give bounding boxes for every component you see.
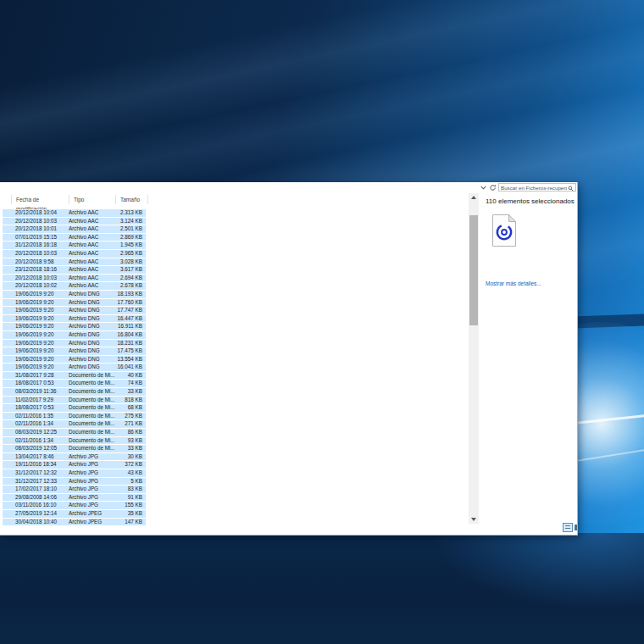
table-row[interactable]: 31/12/2017 12:32Archivo JPG43 KB	[3, 469, 146, 478]
cell-type: Documento de Mi...	[69, 372, 115, 380]
cell-type: Archivo DNG	[69, 307, 115, 314]
search-box[interactable]	[498, 183, 576, 192]
cell-size: 818 KB	[115, 397, 144, 404]
table-row[interactable]: 19/11/2016 18:34Archivo JPG372 KB	[3, 461, 146, 469]
cell-size: 17.747 KB	[115, 307, 144, 314]
cell-date: 03/11/2016 16:10	[3, 502, 69, 509]
cell-size: 2.965 KB	[115, 250, 144, 258]
vertical-scrollbar[interactable]	[469, 193, 479, 524]
cell-size: 43 KB	[115, 469, 144, 477]
cell-type: Archivo JPEG	[69, 510, 115, 518]
cell-size: 2.678 KB	[115, 282, 144, 290]
column-header-tamano[interactable]: Tamaño	[115, 195, 148, 204]
table-row[interactable]: 13/04/2017 8:46Archivo JPG30 KB	[3, 453, 146, 462]
table-row[interactable]: 19/06/2019 9:20Archivo DNG16.804 KB	[3, 331, 146, 340]
thumbnails-view-button[interactable]	[575, 525, 577, 530]
cell-size: 275 KB	[115, 413, 144, 420]
scroll-up-button[interactable]	[469, 193, 479, 202]
details-view-icon	[565, 525, 570, 530]
table-row[interactable]: 20/12/2018 10:03Archivo AAC2.694 KB	[3, 275, 146, 283]
scroll-down-button[interactable]	[469, 515, 479, 524]
cell-size: 16.041 KB	[115, 364, 144, 371]
table-row[interactable]: 31/12/2017 12:33Archivo JPG5 KB	[3, 478, 146, 486]
cell-date: 13/04/2017 8:46	[3, 453, 69, 461]
table-row[interactable]: 31/08/2017 9:28Documento de Mi...40 KB	[3, 372, 146, 380]
table-row[interactable]: 20/12/2018 10:03Archivo AAC3.124 KB	[3, 218, 146, 226]
table-row[interactable]: 02/11/2016 1:34Documento de Mi...93 KB	[3, 437, 146, 446]
cell-type: Archivo JPG	[69, 461, 115, 469]
cell-size: 5 KB	[115, 478, 144, 486]
cell-size: 18.193 KB	[115, 291, 144, 298]
cell-type: Documento de Mi...	[69, 380, 115, 387]
table-row[interactable]: 19/06/2019 9:20Archivo DNG17.760 KB	[3, 299, 146, 308]
table-row[interactable]: 02/11/2016 1:35Documento de Mi...275 KB	[3, 413, 146, 421]
table-row[interactable]: 18/08/2017 0:53Documento de Mi...68 KB	[3, 404, 146, 413]
table-row[interactable]: 20/12/2018 10:01Archivo AAC2.501 KB	[3, 225, 146, 234]
table-row[interactable]: 30/04/2018 10:40Archivo JPEG147 KB	[3, 519, 146, 527]
table-row[interactable]: 07/01/2019 15:15Archivo AAC2.869 KB	[3, 234, 146, 242]
cell-size: 17.760 KB	[115, 299, 144, 307]
search-icon[interactable]	[568, 186, 574, 192]
table-row[interactable]: 02/11/2016 1:34Documento de Mi...271 KB	[3, 420, 146, 429]
refresh-icon[interactable]	[489, 184, 497, 192]
media-file-icon	[491, 214, 517, 247]
cell-type: Archivo DNG	[69, 299, 115, 307]
cell-date: 19/06/2019 9:20	[3, 323, 69, 330]
table-row[interactable]: 29/08/2008 14:06Archivo JPG91 KB	[3, 494, 146, 502]
cell-size: 155 KB	[115, 502, 144, 509]
table-row[interactable]: 19/06/2019 9:20Archivo DNG16.041 KB	[3, 364, 146, 372]
table-row[interactable]: 08/03/2019 12:05Documento de Mi...33 KB	[3, 445, 146, 453]
chevron-down-icon[interactable]	[480, 184, 487, 192]
table-row[interactable]: 19/06/2019 9:20Archivo DNG16.911 KB	[3, 323, 146, 331]
table-row[interactable]: 19/06/2019 9:20Archivo DNG17.747 KB	[3, 307, 146, 315]
cell-size: 93 KB	[115, 437, 144, 445]
table-row[interactable]: 23/12/2018 18:16Archivo AAC3.617 KB	[3, 266, 146, 275]
cell-date: 11/02/2017 9:29	[3, 397, 69, 404]
table-row[interactable]: 20/12/2018 10:02Archivo AAC2.678 KB	[3, 282, 146, 291]
triangle-down-icon	[471, 518, 476, 521]
column-header-tipo[interactable]: Tipo	[69, 195, 115, 204]
table-row[interactable]: 08/03/2019 11:36Documento de Mi...33 KB	[3, 388, 146, 397]
table-row[interactable]: 11/02/2017 9:29Documento de Mi...818 KB	[3, 397, 146, 405]
table-row[interactable]: 19/06/2019 9:20Archivo DNG18.231 KB	[3, 340, 146, 348]
table-row[interactable]: 19/06/2019 9:20Archivo DNG18.193 KB	[3, 291, 146, 299]
table-row[interactable]: 08/03/2019 12:25Documento de Mi...86 KB	[3, 429, 146, 437]
table-row[interactable]: 03/11/2016 16:10Archivo JPG155 KB	[3, 502, 146, 510]
table-row[interactable]: 18/08/2017 0:53Documento de Mi...74 KB	[3, 380, 146, 388]
cell-date: 08/03/2019 12:05	[3, 445, 69, 452]
cell-date: 17/02/2017 18:10	[3, 486, 69, 493]
cell-type: Archivo AAC	[69, 242, 115, 249]
show-more-details-link[interactable]: Mostrar más detalles...	[486, 280, 541, 286]
search-input[interactable]	[501, 184, 567, 191]
cell-date: 20/12/2018 10:04	[3, 209, 69, 217]
file-list-rows: 20/12/2018 10:04Archivo AAC2.313 KB20/12…	[3, 209, 146, 526]
cell-size: 147 KB	[115, 519, 144, 526]
cell-type: Archivo JPG	[69, 502, 115, 509]
cell-type: Archivo AAC	[69, 225, 115, 233]
cell-date: 31/08/2017 9:28	[3, 372, 69, 380]
cell-type: Documento de Mi...	[69, 437, 115, 445]
table-row[interactable]: 20/12/2018 10:04Archivo AAC2.313 KB	[3, 209, 146, 218]
scrollbar-thumb[interactable]	[469, 215, 478, 325]
cell-date: 19/06/2019 9:20	[3, 299, 69, 307]
cell-size: 3.028 KB	[115, 258, 144, 266]
table-row[interactable]: 31/12/2018 16:18Archivo AAC1.945 KB	[3, 242, 146, 250]
explorer-topbar	[0, 182, 577, 193]
cell-date: 19/06/2019 9:20	[3, 315, 69, 323]
table-row[interactable]: 19/06/2019 9:20Archivo DNG17.475 KB	[3, 347, 146, 356]
cell-date: 23/12/2018 18:16	[3, 266, 69, 274]
details-view-button[interactable]	[563, 523, 573, 532]
column-header-fecha[interactable]: Fecha de modificación	[11, 195, 69, 204]
cell-date: 31/12/2018 16:18	[3, 242, 69, 249]
cell-type: Archivo AAC	[69, 275, 115, 282]
table-row[interactable]: 17/02/2017 18:10Archivo JPG83 KB	[3, 486, 146, 494]
table-row[interactable]: 19/06/2019 9:20Archivo DNG16.447 KB	[3, 315, 146, 324]
table-row[interactable]: 27/05/2019 12:14Archivo JPEG35 KB	[3, 510, 146, 519]
table-row[interactable]: 20/12/2018 9:58Archivo AAC3.028 KB	[3, 258, 146, 267]
table-row[interactable]: 20/12/2018 10:03Archivo AAC2.965 KB	[3, 250, 146, 258]
table-row[interactable]: 19/06/2019 9:20Archivo DNG13.554 KB	[3, 356, 146, 364]
cell-size: 3.124 KB	[115, 218, 144, 225]
cell-size: 68 KB	[115, 404, 144, 412]
cell-date: 27/05/2019 12:14	[3, 510, 69, 518]
column-headers: Fecha de modificación Tipo Tamaño	[11, 193, 148, 205]
